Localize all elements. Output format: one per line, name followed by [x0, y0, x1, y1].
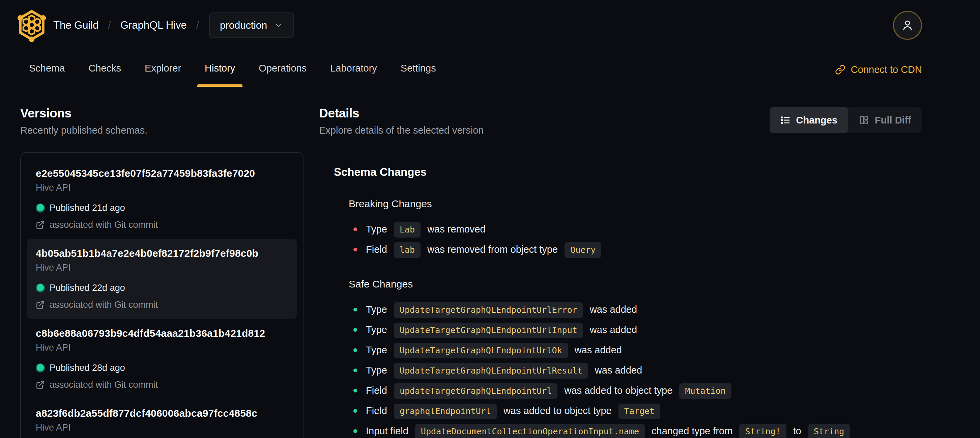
git-commit-label: associated with Git commit — [49, 299, 158, 310]
change-text: Type UpdateTargetGraphQLEndpointUrlResul… — [366, 361, 642, 380]
change-item: Field updateTargetGraphQLEndpointUrl was… — [349, 381, 922, 400]
version-hash: e2e55045345ce13fe07f52a77459b83fa3fe7020 — [36, 168, 288, 179]
breadcrumb-separator: / — [196, 19, 199, 31]
full-diff-view-button[interactable]: Full Diff — [848, 107, 922, 133]
versions-column: Versions Recently published schemas. e2e… — [20, 106, 304, 438]
main-content: Versions Recently published schemas. e2e… — [0, 88, 980, 438]
tab-settings[interactable]: Settings — [392, 63, 445, 87]
versions-title: Versions — [20, 106, 304, 121]
version-card[interactable]: a823f6db2a55df877dcf406006abca97fcc4858c… — [27, 399, 297, 438]
external-link-icon — [36, 300, 45, 309]
tab-bar: SchemaChecksExplorerHistoryOperationsLab… — [20, 51, 451, 87]
code-badge: UpdateTargetGraphQLEndpointUrlError — [394, 303, 583, 318]
hive-logo-icon[interactable] — [16, 9, 47, 42]
changes-view-button[interactable]: Changes — [770, 107, 848, 133]
version-card[interactable]: c8b6e88a06793b9c4dfd54aaa21b36a1b421d812… — [27, 319, 297, 399]
change-text: Type UpdateTargetGraphQLEndpointUrlOk wa… — [366, 341, 622, 359]
tab-bar-row: SchemaChecksExplorerHistoryOperationsLab… — [0, 51, 980, 88]
git-commit-link[interactable]: associated with Git commit — [36, 220, 288, 230]
published-label: Published 28d ago — [49, 363, 125, 373]
code-badge: UpdateTargetGraphQLEndpointUrlInput — [394, 323, 583, 338]
code-badge: UpdateDocumentCollectionOperationInput.n… — [415, 424, 645, 438]
details-header: Details Explore details of the selected … — [319, 106, 922, 136]
header: The Guild / GraphQL Hive / production Sc… — [0, 0, 980, 88]
full-diff-view-label: Full Diff — [875, 115, 911, 126]
tab-history[interactable]: History — [196, 63, 244, 87]
code-badge: Target — [619, 404, 660, 419]
list-icon — [780, 115, 791, 125]
external-link-icon — [36, 220, 45, 229]
external-link-icon — [36, 380, 45, 389]
change-item: Field lab was removed from object type Q… — [349, 240, 922, 259]
tab-laboratory[interactable]: Laboratory — [321, 63, 386, 87]
version-status: Published 28d ago — [36, 363, 288, 373]
change-item: Field graphqlEndpointUrl was added to ob… — [349, 401, 922, 420]
change-list: Type Lab was removedField lab was remove… — [349, 220, 922, 259]
tab-checks[interactable]: Checks — [80, 63, 130, 87]
bullet-icon — [353, 328, 357, 332]
bullet-icon — [353, 368, 357, 372]
top-bar: The Guild / GraphQL Hive / production — [0, 0, 980, 51]
change-group-title: Safe Changes — [349, 279, 922, 290]
change-text: Field graphqlEndpointUrl was added to ob… — [366, 401, 664, 420]
version-hash: 4b05ab51b1b4a7e2e4b0ef82172f2b9f7ef98c0b — [36, 248, 288, 259]
details-subtitle: Explore details of the selected version — [319, 125, 484, 136]
code-badge: Mutation — [679, 383, 731, 399]
git-commit-label: associated with Git commit — [49, 220, 158, 230]
target-selector[interactable]: production — [209, 13, 294, 38]
connect-to-cdn-button[interactable]: Connect to CDN — [835, 64, 922, 87]
published-label: Published 22d ago — [49, 283, 125, 293]
code-badge: String — [808, 424, 850, 438]
change-text: Type UpdateTargetGraphQLEndpointUrlError… — [366, 300, 637, 319]
change-item: Type UpdateTargetGraphQLEndpointUrlResul… — [349, 361, 922, 380]
code-badge: graphqlEndpointUrl — [394, 404, 497, 419]
breadcrumb: The Guild / GraphQL Hive / production — [16, 9, 294, 42]
version-hash: c8b6e88a06793b9c4dfd54aaa21b36a1b421d812 — [36, 328, 288, 339]
bullet-icon — [353, 308, 357, 311]
details-titles: Details Explore details of the selected … — [319, 106, 484, 136]
code-badge: Lab — [394, 222, 420, 237]
change-item: Input field UpdateDocumentCollectionOper… — [349, 422, 922, 438]
change-item: Type Lab was removed — [349, 220, 922, 239]
version-service: Hive API — [36, 342, 288, 353]
change-text: Type UpdateTargetGraphQLEndpointUrlInput… — [366, 320, 637, 339]
link-icon — [835, 64, 845, 75]
change-item: Type UpdateTargetGraphQLEndpointUrlError… — [349, 300, 922, 319]
change-group-title: Breaking Changes — [349, 198, 922, 210]
connect-to-cdn-label: Connect to CDN — [851, 64, 922, 75]
versions-list[interactable]: e2e55045345ce13fe07f52a77459b83fa3fe7020… — [20, 152, 304, 438]
view-toggle: Changes Full Diff — [770, 107, 922, 133]
code-badge: updateTargetGraphQLEndpointUrl — [394, 383, 558, 399]
breadcrumb-project[interactable]: GraphQL Hive — [120, 19, 187, 31]
change-text: Field lab was removed from object type Q… — [366, 240, 605, 259]
user-icon — [900, 18, 915, 32]
git-commit-link[interactable]: associated with Git commit — [36, 380, 288, 390]
version-service: Hive API — [36, 183, 288, 193]
bullet-icon — [353, 248, 357, 252]
bullet-icon — [353, 348, 357, 352]
schema-changes-section: Schema Changes Breaking ChangesType Lab … — [334, 166, 922, 438]
change-group-breaking: Breaking ChangesType Lab was removedFiel… — [349, 198, 922, 259]
git-commit-link[interactable]: associated with Git commit — [36, 299, 288, 310]
version-card[interactable]: 4b05ab51b1b4a7e2e4b0ef82172f2b9f7ef98c0b… — [27, 239, 297, 319]
code-badge: Query — [565, 242, 601, 258]
change-text: Type Lab was removed — [366, 220, 485, 239]
version-card[interactable]: e2e55045345ce13fe07f52a77459b83fa3fe7020… — [27, 159, 297, 239]
tab-operations[interactable]: Operations — [250, 63, 315, 87]
published-dot-icon — [36, 284, 45, 293]
tab-schema[interactable]: Schema — [20, 63, 73, 87]
breadcrumb-org[interactable]: The Guild — [53, 19, 99, 31]
target-selector-value: production — [220, 19, 267, 31]
bullet-icon — [353, 429, 357, 433]
published-label: Published 21d ago — [49, 203, 125, 213]
change-groups: Breaking ChangesType Lab was removedFiel… — [334, 198, 922, 438]
chevron-down-icon — [274, 21, 283, 30]
changes-view-label: Changes — [796, 115, 837, 126]
tab-explorer[interactable]: Explorer — [136, 63, 190, 87]
user-menu-button[interactable] — [893, 11, 922, 40]
bullet-icon — [353, 228, 357, 231]
schema-changes-title: Schema Changes — [334, 166, 922, 178]
change-list: Type UpdateTargetGraphQLEndpointUrlError… — [349, 300, 922, 438]
change-group-safe: Safe ChangesType UpdateTargetGraphQLEndp… — [349, 279, 922, 438]
details-title: Details — [319, 106, 484, 121]
